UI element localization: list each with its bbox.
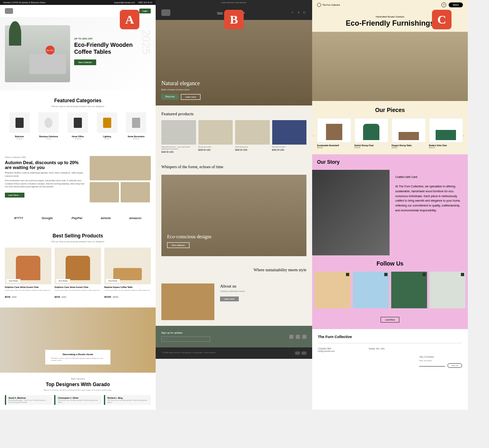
a-team-section: Team members Top Designers With Garado A… xyxy=(0,373,156,410)
team-card: David A. MalchowMarketing Manager · Chai… xyxy=(5,395,52,405)
about-image xyxy=(161,283,214,320)
b-eco-title: Eco-conscious designs xyxy=(167,234,211,240)
facebook-icon[interactable] xyxy=(289,335,293,339)
brand-logo: airbnb xyxy=(101,216,110,220)
a-category-item[interactable]: Business Solutions8 Items xyxy=(36,112,61,140)
a-category-item[interactable]: Lighting9 Items xyxy=(95,112,119,140)
carousel-prev-icon[interactable]: ‹ xyxy=(313,134,317,138)
a-view-collection-button[interactable]: View Collection xyxy=(74,59,96,65)
visa-icon xyxy=(302,351,306,355)
b-eco-banner: Eco-conscious designs View collection xyxy=(161,175,306,256)
c-product-card[interactable]: Modern Sofa Chair$450.00 xyxy=(429,118,463,149)
a-product-card[interactable]: View Details Dolphino Cane Velvet Accent… xyxy=(55,248,101,299)
badge-b: B xyxy=(224,10,244,29)
youtube-icon[interactable] xyxy=(302,335,306,339)
view-details-button[interactable]: View Details xyxy=(106,279,120,283)
a-topbar-phone[interactable]: 0983 123 45 67 xyxy=(138,1,152,4)
b-view-collection-button[interactable]: View collection xyxy=(167,242,189,248)
b-product-card[interactable]: Sleek dining chair$340.00 USD xyxy=(235,120,270,153)
a-login-button[interactable]: Login xyxy=(139,9,151,13)
instagram-icon[interactable] xyxy=(296,335,300,339)
b-about-title: About us xyxy=(220,283,306,288)
c-pieces-section: Our Pieces ‹ › Sustainable Bookshelf$600… xyxy=(312,101,468,154)
c-load-more-button[interactable]: Load More xyxy=(381,317,399,323)
c-subscribe-input[interactable] xyxy=(419,365,445,367)
c-footer: The Furn Collective (702)456-7890 info@y… xyxy=(312,329,468,373)
b-email-input[interactable] xyxy=(161,336,210,342)
a-product-card[interactable]: View Details Dolphino Cane Velvet Accent… xyxy=(5,248,51,299)
view-details-button[interactable]: View Details xyxy=(7,279,20,283)
view-details-button[interactable]: View Details xyxy=(56,279,70,283)
instagram-post[interactable] xyxy=(315,272,350,308)
panel-c: C The Furn Collective ☐ MENU Handcrafted… xyxy=(312,0,468,410)
a-category-item[interactable]: Home Decoration18 Items xyxy=(124,112,148,140)
sofa-icon xyxy=(436,130,456,140)
panel-a: A Needed: COVID-19 Update & Shipment Sta… xyxy=(0,0,156,410)
cart-icon[interactable]: ☐ xyxy=(441,2,446,7)
lamp-icon xyxy=(103,118,111,128)
instagram-icon xyxy=(423,273,426,276)
c-logo[interactable]: The Furn Collective xyxy=(317,3,340,7)
c-pieces-title: Our Pieces xyxy=(312,107,468,113)
b-logo-icon[interactable] xyxy=(161,9,170,16)
plant-icon xyxy=(9,21,21,46)
c-product-card[interactable]: Elegant Dining Table$900.00 xyxy=(392,118,426,149)
b-shop-now-button[interactable]: Shop now xyxy=(161,94,178,100)
c-story-image xyxy=(312,170,390,255)
a-autumn-gallery xyxy=(90,156,151,202)
chair-icon xyxy=(16,256,40,280)
instagram-post[interactable] xyxy=(353,272,389,308)
b-featured-section: Featured products Plywood framework — yo… xyxy=(156,105,312,159)
search-icon[interactable]: ⌕ xyxy=(292,11,295,14)
cart-icon[interactable]: ☐ xyxy=(303,11,306,14)
instagram-post[interactable] xyxy=(391,272,427,308)
b-about-sub: Crafting sustainable futures. xyxy=(220,290,306,292)
brand-logo: amazon xyxy=(129,216,141,220)
a-best-sub: Visit our shop to see amazing creations … xyxy=(0,240,156,243)
b-product-card[interactable]: Sturdy wood chair$228.00 USD xyxy=(198,120,233,153)
a-autumn-title: Autumn Deal, discounts up to 20% are wai… xyxy=(5,160,85,170)
c-follow-row xyxy=(312,272,468,308)
b-signup-section: Sign up for updates xyxy=(156,326,312,347)
b-product-card[interactable]: Wood bench table$400.00 USD xyxy=(272,120,307,153)
carousel-next-icon[interactable]: › xyxy=(463,134,467,138)
a-topbar-email[interactable]: support@example.com xyxy=(114,1,135,4)
a-brands-row: IFTTT Google PayPal airbnb amazon xyxy=(0,211,156,226)
furniture-image xyxy=(90,182,119,202)
b-about-section: About us Crafting sustainable futures. L… xyxy=(156,278,312,326)
b-nav-home[interactable]: Home xyxy=(217,11,222,14)
a-learn-more-button[interactable]: Learn More → xyxy=(5,193,24,198)
c-footer-email[interactable]: info@yoursite.com xyxy=(318,350,361,352)
c-subscribe-button[interactable]: Subscribe xyxy=(447,363,462,368)
a-logo-icon[interactable] xyxy=(5,8,13,14)
a-category-item[interactable]: Bedroom12 Items xyxy=(7,112,32,140)
b-topbar: FREE SHIPPING OVER $1000.00 xyxy=(156,0,312,5)
c-product-card[interactable]: Stylish Dining Chair$120.00 xyxy=(355,118,389,149)
a-categories-row: Bedroom12 Items Business Solutions8 Item… xyxy=(0,112,156,140)
instagram-post[interactable] xyxy=(430,272,465,308)
team-card: Christopher C. ElliottThe Chair Care, th… xyxy=(54,395,101,405)
a-product-card[interactable]: View Details Baptiste Square Coffee Tabl… xyxy=(104,248,151,299)
c-story-title: Our Story xyxy=(312,154,468,170)
a-category-item[interactable]: Home Office14 Items xyxy=(66,112,90,140)
c-menu-button[interactable]: MENU xyxy=(449,2,463,7)
chair-icon xyxy=(317,3,321,7)
sofa-icon xyxy=(29,54,66,74)
b-hero-title: Natural elegance xyxy=(161,80,306,87)
furniture-image xyxy=(90,156,151,180)
chair-icon xyxy=(363,124,379,140)
b-product-card[interactable]: Plywood framework — your open-frame shel… xyxy=(161,120,196,153)
a-hero-image: New Sale xyxy=(5,25,70,82)
c-stay-connected: Stay Connected xyxy=(419,356,462,358)
a-topbar-notice: Needed: COVID-19 Update & Shipment Statu… xyxy=(3,1,46,4)
c-story-body: At The Furn Collective, we specialize in… xyxy=(395,184,462,213)
instagram-icon xyxy=(461,273,464,276)
team-card: Richard L. BergThe Chair Care, the demo … xyxy=(104,395,151,405)
product-image xyxy=(272,120,307,145)
user-icon[interactable]: ☺ xyxy=(297,11,301,14)
chair-icon xyxy=(66,256,90,280)
c-product-card[interactable]: Sustainable Bookshelf$600.00 xyxy=(317,118,351,149)
b-learn-more-button[interactable]: Learn more xyxy=(181,94,200,100)
b-about-learn-more-button[interactable]: Learn more xyxy=(220,296,239,301)
b-footer-text: © 2024 All rights reserved · Refund poli… xyxy=(161,351,216,355)
